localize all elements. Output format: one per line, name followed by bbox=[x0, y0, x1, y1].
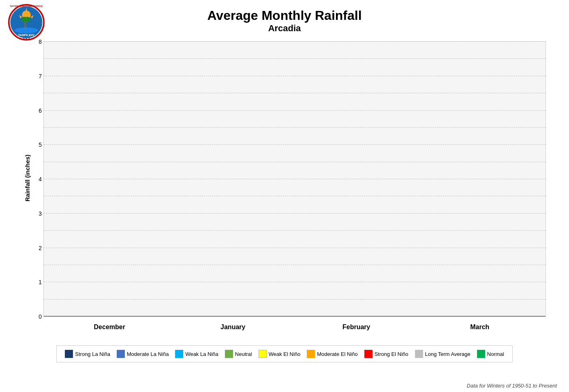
legend-label-moderate-la-niña: Moderate La Niña bbox=[127, 351, 169, 357]
month-label-december: December bbox=[94, 323, 125, 331]
y-tick-label: 8 bbox=[28, 39, 42, 45]
legend-label-long-term-average: Long Term Average bbox=[425, 351, 471, 357]
y-tick-label: 2 bbox=[28, 245, 42, 251]
chart-inner: 012345678DecemberJanuaryFebruaryMarch bbox=[43, 41, 546, 317]
legend-swatch-neutral bbox=[225, 350, 233, 358]
legend-swatch-long-term-average bbox=[415, 350, 423, 358]
legend-label-normal: Normal bbox=[487, 351, 504, 357]
legend-swatch-moderate-el-niño bbox=[307, 350, 315, 358]
legend-item-normal: Normal bbox=[477, 350, 504, 358]
y-tick-label: 3 bbox=[28, 210, 42, 217]
legend-item-weak-el-niño: Weak El Niño bbox=[259, 350, 301, 358]
legend-item-neutral: Neutral bbox=[225, 350, 252, 358]
page: ★ ★ ★ ★ ★ NATIONAL WEATHER SERVICE TAMPA… bbox=[0, 0, 569, 392]
svg-text:TAMPA BAY: TAMPA BAY bbox=[18, 33, 35, 37]
legend-item-moderate-la-niña: Moderate La Niña bbox=[117, 350, 169, 358]
legend-item-long-term-average: Long Term Average bbox=[415, 350, 471, 358]
svg-point-11 bbox=[15, 28, 38, 33]
legend-swatch-moderate-la-niña bbox=[117, 350, 125, 358]
footnote: Data for Winters of 1950-51 to Present bbox=[467, 383, 557, 389]
chart-header: Average Monthly Rainfall Arcadia bbox=[8, 4, 561, 35]
bars-container: DecemberJanuaryFebruaryMarch bbox=[44, 42, 545, 317]
legend-label-weak-la-niña: Weak La Niña bbox=[185, 351, 218, 357]
legend-swatch-strong-el-niño bbox=[364, 350, 372, 358]
chart-subtitle: Arcadia bbox=[8, 23, 561, 34]
legend-label-strong-la-niña: Strong La Niña bbox=[75, 351, 110, 357]
month-label-march: March bbox=[470, 323, 489, 331]
legend: Strong La NiñaModerate La NiñaWeak La Ni… bbox=[56, 345, 512, 362]
chart-area: Rainfall (inches) 012345678DecemberJanua… bbox=[15, 37, 554, 341]
legend-label-moderate-el-niño: Moderate El Niño bbox=[317, 351, 357, 357]
legend-item-strong-la-niña: Strong La Niña bbox=[65, 350, 110, 358]
y-tick-label: 5 bbox=[28, 141, 42, 148]
legend-item-strong-el-niño: Strong El Niño bbox=[364, 350, 409, 358]
y-tick-label: 6 bbox=[28, 107, 42, 114]
y-tick-label: 0 bbox=[28, 313, 42, 320]
month-label-february: February bbox=[342, 323, 370, 331]
chart-title: Average Monthly Rainfall bbox=[8, 8, 561, 23]
legend-item-moderate-el-niño: Moderate El Niño bbox=[307, 350, 357, 358]
svg-text:NATIONAL WEATHER SERVICE: NATIONAL WEATHER SERVICE bbox=[10, 5, 43, 7]
svg-point-10 bbox=[22, 17, 29, 21]
legend-item-weak-la-niña: Weak La Niña bbox=[175, 350, 218, 358]
month-label-january: January bbox=[220, 323, 245, 331]
nws-logo: ★ ★ ★ ★ ★ NATIONAL WEATHER SERVICE TAMPA… bbox=[8, 4, 45, 41]
legend-label-weak-el-niño: Weak El Niño bbox=[269, 351, 301, 357]
legend-swatch-weak-el-niño bbox=[259, 350, 267, 358]
legend-swatch-normal bbox=[477, 350, 485, 358]
legend-label-strong-el-niño: Strong El Niño bbox=[374, 351, 409, 357]
y-tick-label: 7 bbox=[28, 73, 42, 79]
y-tick-label: 1 bbox=[28, 279, 42, 285]
x-axis-line bbox=[44, 316, 545, 317]
y-tick-label: 4 bbox=[28, 176, 42, 182]
legend-label-neutral: Neutral bbox=[235, 351, 252, 357]
legend-swatch-strong-la-niña bbox=[65, 350, 73, 358]
legend-swatch-weak-la-niña bbox=[175, 350, 183, 358]
